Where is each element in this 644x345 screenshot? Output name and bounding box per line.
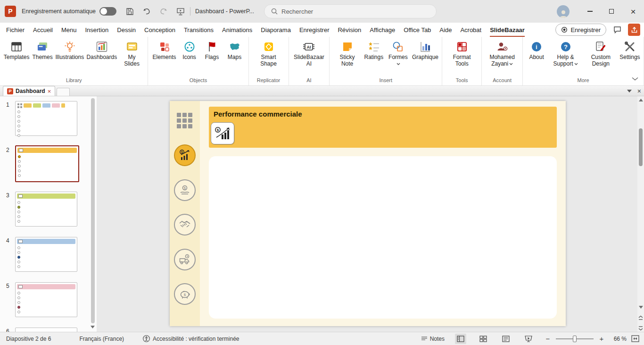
fit-to-window-icon[interactable] — [631, 335, 639, 342]
slide-3-thumbnail[interactable] — [15, 192, 77, 227]
tab-menu[interactable]: Menu — [57, 23, 81, 37]
share-button[interactable] — [628, 24, 640, 36]
tab-dessin[interactable]: Dessin — [113, 23, 140, 37]
tab-transitions[interactable]: Transitions — [180, 23, 218, 37]
hand-money-icon[interactable]: $ — [174, 179, 196, 201]
slide-1-thumbnail[interactable] — [15, 101, 77, 136]
settings-button[interactable]: Settings — [619, 38, 641, 60]
close-button[interactable]: × — [622, 0, 644, 23]
tab-acrobat[interactable]: Acrobat — [456, 23, 486, 37]
zoom-slider[interactable] — [556, 335, 594, 343]
user-avatar[interactable] — [557, 5, 570, 18]
zoom-in-button[interactable]: + — [598, 335, 605, 343]
tab-animations[interactable]: Animations — [218, 23, 256, 37]
templates-button[interactable]: Templates — [2, 38, 31, 60]
record-button[interactable]: Enregistrer — [555, 24, 606, 36]
comments-button[interactable] — [611, 24, 623, 36]
ratings-button[interactable]: Ratings — [363, 38, 385, 60]
header-chart-icon-box[interactable]: $ — [211, 122, 234, 144]
main-vertical-scrollbar[interactable] — [637, 96, 644, 332]
slide-content-placeholder[interactable] — [209, 156, 557, 319]
tab-enregistrer[interactable]: Enregistrer — [295, 23, 334, 37]
thumbnail-scrollbar[interactable] — [91, 98, 95, 323]
save-icon[interactable] — [125, 7, 134, 16]
search-input[interactable]: Rechercher — [264, 4, 437, 18]
tab-list-dropdown-icon[interactable] — [627, 90, 632, 93]
grid-icon[interactable] — [177, 113, 192, 128]
language-button[interactable]: Français (France) — [79, 336, 124, 342]
scrollbar-thumb[interactable] — [91, 98, 95, 323]
doc-tab-dashboard[interactable]: P Dashboard × — [3, 86, 55, 96]
icons-button[interactable]: Icons — [178, 38, 201, 60]
thumb-title-box — [19, 149, 23, 152]
start-presentation-icon[interactable] — [176, 7, 185, 16]
sticky-note-button[interactable]: Sticky Note — [332, 38, 362, 67]
tab-fichier[interactable]: Fichier — [2, 23, 29, 37]
format-tools-button[interactable]: Format Tools — [445, 38, 479, 67]
custom-design-button[interactable]: Custom Design — [583, 38, 619, 67]
autosave-toggle[interactable] — [99, 7, 116, 16]
redo-icon[interactable] — [159, 7, 168, 16]
undo-icon[interactable] — [142, 7, 151, 16]
next-slide-button[interactable] — [637, 324, 644, 332]
slide-6-thumbnail[interactable] — [15, 328, 77, 332]
scrollbar-thumb[interactable] — [639, 128, 643, 166]
maximize-button[interactable] — [601, 0, 622, 23]
tab-accueil[interactable]: Accueil — [29, 23, 57, 37]
handshake-icon[interactable] — [174, 214, 196, 236]
slide-title[interactable]: Performance commerciale — [214, 110, 302, 118]
tab-conception[interactable]: Conception — [140, 23, 180, 37]
slidebazaar-ai-button[interactable]: AI SlideBazaar AI — [291, 38, 327, 67]
reading-view-button[interactable] — [500, 334, 512, 344]
graphique-button[interactable]: Graphique — [411, 38, 439, 60]
flags-button[interactable]: Flags — [201, 38, 223, 60]
scroll-up-arrow-icon[interactable] — [637, 96, 644, 104]
maps-button[interactable]: Maps — [223, 38, 246, 60]
piggy-bank-icon[interactable]: $ — [174, 283, 196, 305]
toggle-knob — [100, 8, 107, 15]
slide-header-banner[interactable]: Performance commerciale $ — [209, 107, 557, 148]
minimize-button[interactable] — [579, 0, 601, 23]
scroll-down-arrow-icon[interactable] — [637, 303, 644, 311]
help-support-button[interactable]: ? Help & Support — [548, 38, 583, 67]
collapse-ribbon-button[interactable] — [632, 74, 638, 83]
notes-button[interactable]: Notes — [421, 336, 445, 342]
my-slides-button[interactable]: My Slides — [118, 38, 146, 67]
slide-5-thumbnail[interactable] — [15, 282, 77, 317]
themes-button[interactable]: Themes — [31, 38, 54, 60]
previous-slide-button[interactable] — [637, 314, 644, 321]
my-slides-icon — [126, 40, 138, 54]
slide-4-thumbnail[interactable] — [15, 237, 77, 272]
accessibility-status[interactable]: Accessibilité : vérification terminée — [143, 335, 239, 342]
format-tools-icon — [456, 40, 468, 54]
about-button[interactable]: i About — [525, 38, 548, 60]
zoom-slider-thumb[interactable] — [573, 336, 577, 342]
close-tab-icon[interactable]: × — [48, 88, 51, 94]
account-button[interactable]: Mohamed Zayani — [484, 38, 520, 67]
zoom-out-button[interactable]: − — [545, 335, 551, 343]
tab-slidebazaar[interactable]: SlideBazaar — [486, 23, 529, 37]
tab-office-tab[interactable]: Office Tab — [399, 23, 435, 37]
tab-aide[interactable]: Aide — [435, 23, 456, 37]
formes-button[interactable]: Formes — [385, 38, 411, 67]
tab-insertion[interactable]: Insertion — [81, 23, 113, 37]
elements-button[interactable]: Elements — [150, 38, 178, 60]
zoom-level[interactable]: 66 % — [610, 336, 627, 342]
tab-revision[interactable]: Révision — [333, 23, 365, 37]
sales-chart-dollar-icon[interactable]: $ — [174, 144, 196, 166]
close-all-tabs-icon[interactable]: × — [637, 88, 641, 94]
normal-view-button[interactable] — [455, 334, 466, 344]
slide-editor[interactable]: $ $ $ Performance comm — [170, 101, 566, 326]
illustrations-button[interactable]: Illustrations — [54, 38, 85, 60]
smart-shape-button[interactable]: Smart Shape — [251, 38, 286, 67]
slide-2-thumbnail-selected[interactable] — [15, 145, 79, 182]
scroll-down-arrow-icon[interactable] — [91, 322, 95, 330]
slideshow-view-button[interactable] — [523, 334, 534, 344]
tab-diaporama[interactable]: Diaporama — [256, 23, 295, 37]
slide-sorter-view-button[interactable] — [478, 334, 489, 344]
tab-affichage[interactable]: Affichage — [365, 23, 399, 37]
blank-doc-tab[interactable] — [57, 88, 70, 96]
delivery-truck-icon[interactable] — [174, 249, 196, 270]
templates-icon — [10, 40, 23, 54]
dashboards-button[interactable]: Dashboards — [85, 38, 118, 60]
